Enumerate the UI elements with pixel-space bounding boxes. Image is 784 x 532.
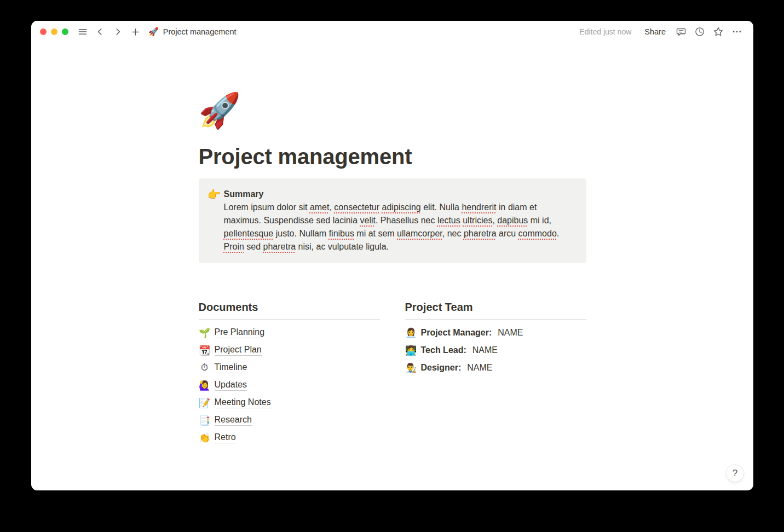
text-segment: , <box>492 216 497 225</box>
document-link-row: 📝Meeting Notes <box>199 394 380 412</box>
document-link[interactable]: Pre Planning <box>215 327 265 338</box>
minimize-window-button[interactable] <box>51 28 57 35</box>
page-content: 🚀 Project management 👉 Summary Lorem ips… <box>199 92 586 447</box>
text-segment: . <box>557 229 559 238</box>
sidebar-menu-icon[interactable] <box>75 24 90 39</box>
titlebar: 🚀 Project management Edited just now Sha… <box>31 21 753 43</box>
documents-list: 🌱Pre Planning📆Project Plan⏱Timeline🙋‍♀️U… <box>199 320 380 447</box>
forward-button[interactable] <box>110 24 125 39</box>
misspelled-word: velit <box>360 216 376 225</box>
bookmark-tabs-icon: 📑 <box>199 415 211 426</box>
document-link-row: 👏Retro <box>199 429 380 447</box>
document-link[interactable]: Project Plan <box>215 345 262 356</box>
document-link-row: 🌱Pre Planning <box>199 324 380 342</box>
document-link-row: 📑Research <box>199 412 380 429</box>
pointing-right-icon: 👉 <box>207 188 224 201</box>
text-segment: mi at sem <box>354 229 397 238</box>
zoom-window-button[interactable] <box>62 28 68 35</box>
document-link[interactable]: Meeting Notes <box>215 397 271 408</box>
text-segment: sed <box>244 242 263 251</box>
text-segment: Lorem ipsum dolor sit <box>224 203 310 212</box>
misspelled-word: Proin <box>224 242 244 251</box>
misspelled-word: ultricies <box>463 216 492 225</box>
titlebar-nav <box>75 24 143 39</box>
page-icon-rocket[interactable]: 🚀 <box>199 92 241 129</box>
callout-text: Lorem ipsum dolor sit amet, consectetur … <box>224 201 573 253</box>
history-clock-icon[interactable] <box>692 24 707 39</box>
text-segment: nisi, ac vulputate ligula. <box>296 242 389 251</box>
summary-callout[interactable]: 👉 Summary Lorem ipsum dolor sit amet, co… <box>199 178 586 263</box>
close-window-button[interactable] <box>40 28 47 35</box>
team-role-label: Designer: <box>421 363 462 373</box>
misspelled-word: hendrerit <box>462 203 496 212</box>
text-segment: elit. Nulla <box>421 203 462 212</box>
edited-status: Edited just now <box>579 27 631 36</box>
favorite-star-icon[interactable] <box>711 24 726 39</box>
columns: Documents 🌱Pre Planning📆Project Plan⏱Tim… <box>199 301 586 447</box>
document-link-row: 🙋‍♀️Updates <box>199 377 380 394</box>
help-button[interactable]: ? <box>726 464 744 482</box>
woman-technologist-icon: 👩‍💻 <box>405 345 417 356</box>
traffic-lights <box>37 28 68 35</box>
titlebar-actions: Edited just now Share <box>579 24 745 39</box>
team-member-name: NAME <box>467 363 492 373</box>
share-button[interactable]: Share <box>640 26 670 38</box>
misspelled-word: dapibus <box>497 216 528 225</box>
document-link[interactable]: Updates <box>215 380 247 391</box>
text-segment: justo. Nullam <box>273 229 328 238</box>
calendar-icon: 📆 <box>199 345 211 356</box>
comments-icon[interactable] <box>673 24 689 39</box>
team-member-row: 👩‍💼Project Manager:NAME <box>405 324 586 342</box>
document-link[interactable]: Retro <box>215 432 236 443</box>
new-page-button[interactable] <box>128 24 143 39</box>
misspelled-word: ullamcorper <box>397 229 442 238</box>
callout-heading: Summary <box>224 188 573 201</box>
app-window: 🚀 Project management Edited just now Sha… <box>31 21 753 490</box>
memo-icon: 📝 <box>199 397 211 409</box>
team-list: 👩‍💼Project Manager:NAME👩‍💻Tech Lead:NAME… <box>405 320 586 377</box>
documents-heading[interactable]: Documents <box>199 301 380 320</box>
misspelled-word: consectetur <box>334 203 379 212</box>
woman-raising-hand-icon: 🙋‍♀️ <box>199 380 211 391</box>
misspelled-word: commodo <box>518 229 557 238</box>
text-segment: mi id, <box>528 216 551 225</box>
callout-body: Summary Lorem ipsum dolor sit amet, cons… <box>224 188 573 253</box>
misspelled-word: pharetra <box>263 242 296 251</box>
documents-column: Documents 🌱Pre Planning📆Project Plan⏱Tim… <box>199 301 380 447</box>
misspelled-word: pellentesque <box>224 229 274 238</box>
misspelled-word: lectus <box>437 216 460 225</box>
team-member-name: NAME <box>472 345 498 355</box>
misspelled-word: amet <box>310 203 330 212</box>
seedling-icon: 🌱 <box>199 327 211 339</box>
team-heading[interactable]: Project Team <box>405 301 586 320</box>
stopwatch-icon: ⏱ <box>199 362 211 373</box>
document-link-row: 📆Project Plan <box>199 342 380 359</box>
document-link[interactable]: Research <box>215 415 252 426</box>
page-rocket-icon: 🚀 <box>148 27 159 37</box>
team-member-row: 👨‍🎨Designer:NAME <box>405 359 586 377</box>
team-role-label: Tech Lead: <box>421 345 466 355</box>
man-artist-icon: 👨‍🎨 <box>405 362 417 374</box>
text-segment: , nec <box>442 229 464 238</box>
text-segment: . Phasellus nec <box>376 216 437 225</box>
team-column: Project Team 👩‍💼Project Manager:NAME👩‍💻T… <box>405 301 586 447</box>
breadcrumb[interactable]: 🚀 Project management <box>148 27 237 37</box>
team-member-row: 👩‍💻Tech Lead:NAME <box>405 342 586 359</box>
team-member-name: NAME <box>498 328 523 338</box>
page-scroll-area: 🚀 Project management 👉 Summary Lorem ips… <box>31 43 753 490</box>
team-role-label: Project Manager: <box>421 328 492 338</box>
misspelled-word: adipiscing <box>382 203 421 212</box>
breadcrumb-title: Project management <box>163 27 237 36</box>
back-button[interactable] <box>93 24 108 39</box>
document-link-row: ⏱Timeline <box>199 359 380 377</box>
misspelled-word: pharetra <box>464 229 497 238</box>
woman-office-worker-icon: 👩‍💼 <box>405 327 417 339</box>
more-options-icon[interactable] <box>729 24 745 39</box>
clapping-hands-icon: 👏 <box>199 432 211 444</box>
text-segment: arcu <box>497 229 518 238</box>
page-title[interactable]: Project management <box>199 144 586 169</box>
misspelled-word: finibus <box>329 229 354 238</box>
document-link[interactable]: Timeline <box>215 362 247 373</box>
